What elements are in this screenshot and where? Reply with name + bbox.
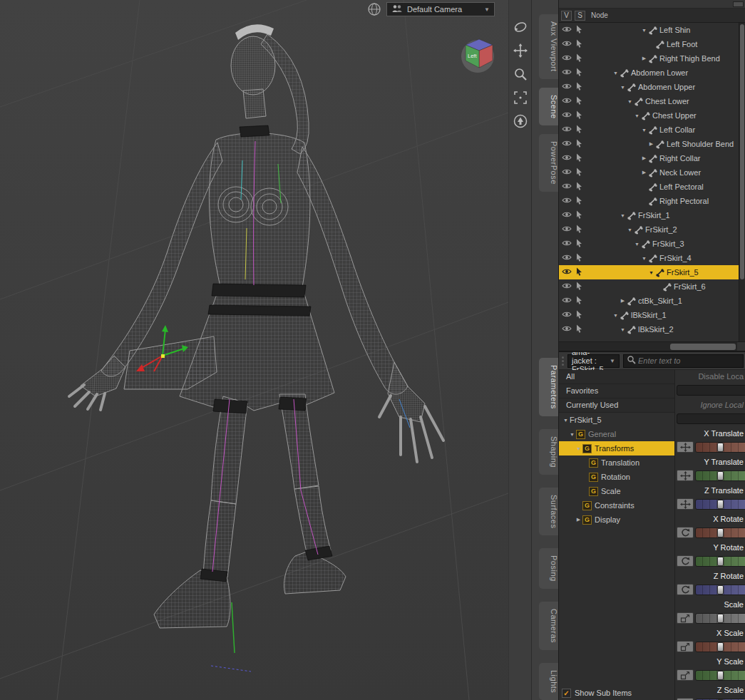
slider-track[interactable] [677,385,745,396]
scene-node-row-frskirt-1[interactable]: ▼FrSkirt_1 [559,208,739,222]
visibility-eye-icon[interactable] [562,210,572,220]
select-cursor-icon[interactable] [575,39,583,49]
expand-arrow-icon[interactable]: ▼ [640,256,648,261]
slider-track[interactable] [695,527,745,538]
visibility-eye-icon[interactable] [562,110,572,120]
scrollbar-thumb[interactable] [670,344,736,350]
visibility-eye-icon[interactable] [562,168,572,177]
expand-arrow-icon[interactable]: ▼ [619,85,627,90]
scene-node-row-left-foot[interactable]: Left Foot [559,37,739,51]
scrollbar-thumb[interactable] [740,24,744,279]
visibility-eye-icon[interactable] [562,182,572,192]
visibility-eye-icon[interactable] [562,139,572,149]
show-sub-items-checkbox[interactable]: ✓ [562,689,571,698]
select-cursor-icon[interactable] [575,68,583,78]
slider-track[interactable] [695,442,745,453]
visibility-eye-icon[interactable] [562,282,572,292]
tab-posing[interactable]: Posing [539,548,558,589]
scene-node-row-left-collar[interactable]: ▼Left Collar [559,123,739,137]
scene-node-row-frskirt-3[interactable]: ▼FrSkirt_3 [559,237,739,251]
scene-node-row-left-pectoral[interactable]: Left Pectoral [559,180,739,194]
scene-node-row-chest-lower[interactable]: ▼Chest Lower [559,94,739,108]
expand-arrow-icon[interactable]: ▶ [619,298,627,304]
scene-node-row-right-thigh-bend[interactable]: ▶Right Thigh Bend [559,51,739,66]
tab-powerpose[interactable]: PowerPose [539,134,558,192]
param-slider[interactable] [677,441,745,453]
zoom-tool-icon[interactable] [512,66,529,83]
slider-track[interactable] [695,642,745,652]
expand-arrow-icon[interactable]: ▼ [612,313,620,318]
home-tool-icon[interactable] [512,113,529,130]
slider-thumb[interactable] [717,614,724,623]
slider-track[interactable] [695,613,745,624]
rotate-icon[interactable] [677,527,694,538]
scene-node-row-abdomen-lower[interactable]: ▼Abdomen Lower [559,66,739,80]
select-cursor-icon[interactable] [575,210,583,220]
pan-tool-icon[interactable] [512,42,529,59]
scene-node-row-frskirt-6[interactable]: FrSkirt_6 [559,279,739,294]
select-cursor-icon[interactable] [575,182,583,192]
slider-track[interactable] [695,585,745,595]
select-cursor-icon[interactable] [575,239,583,249]
visibility-eye-icon[interactable] [562,25,572,35]
tab-lights[interactable]: Lights [539,663,558,700]
select-cursor-icon[interactable] [575,25,583,35]
visibility-eye-icon[interactable] [562,253,572,263]
select-cursor-icon[interactable] [575,324,583,334]
visibility-eye-icon[interactable] [562,96,572,106]
select-cursor-icon[interactable] [575,53,583,63]
scene-node-row-chest-upper[interactable]: ▼Chest Upper [559,108,739,123]
select-cursor-icon[interactable] [575,253,583,263]
select-cursor-icon[interactable] [575,296,583,306]
select-cursor-icon[interactable] [575,96,583,106]
slider-thumb[interactable] [717,443,724,452]
visibility-eye-icon[interactable] [562,153,572,163]
select-cursor-icon[interactable] [575,225,583,235]
rotate-icon[interactable] [677,584,694,595]
scale-icon[interactable] [677,612,694,624]
scene-node-row-right-collar[interactable]: ▶Right Collar [559,151,739,165]
tab-surfaces[interactable]: Surfaces [539,488,558,535]
translate-icon[interactable] [677,441,694,453]
tab-parameters[interactable]: Parameters [539,358,558,416]
slider-thumb[interactable] [717,500,724,509]
param-slider[interactable] [677,412,745,425]
param-slider[interactable] [677,555,745,567]
visibility-eye-icon[interactable] [562,196,572,206]
scene-node-row-frskirt-2[interactable]: ▼FrSkirt_2 [559,222,739,237]
scene-node-row-left-shin[interactable]: ▼Left Shin [559,23,739,37]
expand-arrow-icon[interactable]: ▶ [640,56,648,61]
expand-arrow-icon[interactable]: ▼ [640,28,648,33]
visibility-eye-icon[interactable] [562,68,572,78]
select-cursor-icon[interactable] [575,282,583,292]
expand-arrow-icon[interactable]: ▶ [640,155,648,161]
select-cursor-icon[interactable] [575,196,583,206]
expand-arrow-icon[interactable]: ▶ [640,170,648,175]
expand-arrow-icon[interactable]: ▼ [612,71,620,76]
select-cursor-icon[interactable] [575,82,583,92]
trackball-icon[interactable] [366,1,382,17]
expand-arrow-icon[interactable]: ▼ [568,432,576,437]
scene-node-row-abdomen-upper[interactable]: ▼Abdomen Upper [559,80,739,94]
visibility-eye-icon[interactable] [562,324,572,334]
visibility-eye-icon[interactable] [562,310,572,320]
pane-menu-button[interactable] [733,1,744,7]
selection-column-header[interactable]: S [575,11,585,21]
slider-thumb[interactable] [717,585,724,595]
select-cursor-icon[interactable] [575,153,583,163]
parameter-node-selector[interactable]: ama-jacket : FrSkirt_5 ▼ [567,354,620,368]
select-cursor-icon[interactable] [575,310,583,320]
visibility-eye-icon[interactable] [562,125,572,135]
param-group-frskirt-5[interactable]: ▼FrSkirt_5 [559,413,674,427]
slider-track[interactable] [695,470,745,481]
param-group-translation[interactable]: GTranslation [559,455,674,470]
slider-thumb[interactable] [717,671,724,680]
tab-shaping[interactable]: Shaping [539,429,558,475]
select-cursor-icon[interactable] [575,110,583,120]
visibility-eye-icon[interactable] [562,225,572,235]
param-group-transforms[interactable]: ▼GTransforms [559,441,674,455]
scene-node-row-left-shoulder-bend[interactable]: ▶Left Shoulder Bend [559,137,739,151]
param-slider[interactable] [677,697,745,700]
expand-arrow-icon[interactable]: ▶ [647,141,655,147]
rotate-icon[interactable] [677,555,694,567]
